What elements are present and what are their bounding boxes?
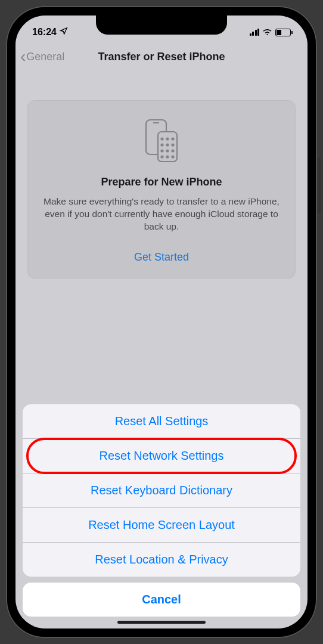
action-sheet-cancel-group: Cancel bbox=[23, 583, 300, 617]
notch bbox=[96, 16, 227, 35]
reset-home-screen-layout-button[interactable]: Reset Home Screen Layout bbox=[23, 508, 300, 543]
action-sheet-options: Reset All Settings Reset Network Setting… bbox=[23, 404, 300, 577]
cellular-signal-icon bbox=[250, 29, 260, 36]
reset-keyboard-dictionary-button[interactable]: Reset Keyboard Dictionary bbox=[23, 473, 300, 508]
action-item-label: Reset Keyboard Dictionary bbox=[91, 484, 232, 497]
action-item-label: Reset Location & Privacy bbox=[95, 553, 228, 566]
cancel-button[interactable]: Cancel bbox=[23, 583, 300, 617]
action-item-label: Reset Network Settings bbox=[100, 449, 224, 462]
action-item-label: Reset All Settings bbox=[115, 414, 209, 428]
action-sheet: Reset All Settings Reset Network Setting… bbox=[23, 404, 300, 617]
location-arrow-icon bbox=[60, 27, 68, 38]
battery-icon bbox=[275, 29, 291, 36]
home-indicator[interactable] bbox=[117, 621, 206, 624]
screen: 16:24 ‹ General bbox=[15, 16, 308, 628]
reset-location-privacy-button[interactable]: Reset Location & Privacy bbox=[23, 543, 300, 577]
phone-frame: 16:24 ‹ General bbox=[6, 6, 317, 638]
wifi-icon bbox=[262, 27, 272, 38]
power-button bbox=[318, 158, 321, 213]
reset-all-settings-button[interactable]: Reset All Settings bbox=[23, 404, 300, 439]
reset-network-settings-button[interactable]: Reset Network Settings bbox=[23, 439, 300, 473]
action-item-label: Reset Home Screen Layout bbox=[88, 518, 235, 531]
status-time: 16:24 bbox=[32, 27, 57, 38]
